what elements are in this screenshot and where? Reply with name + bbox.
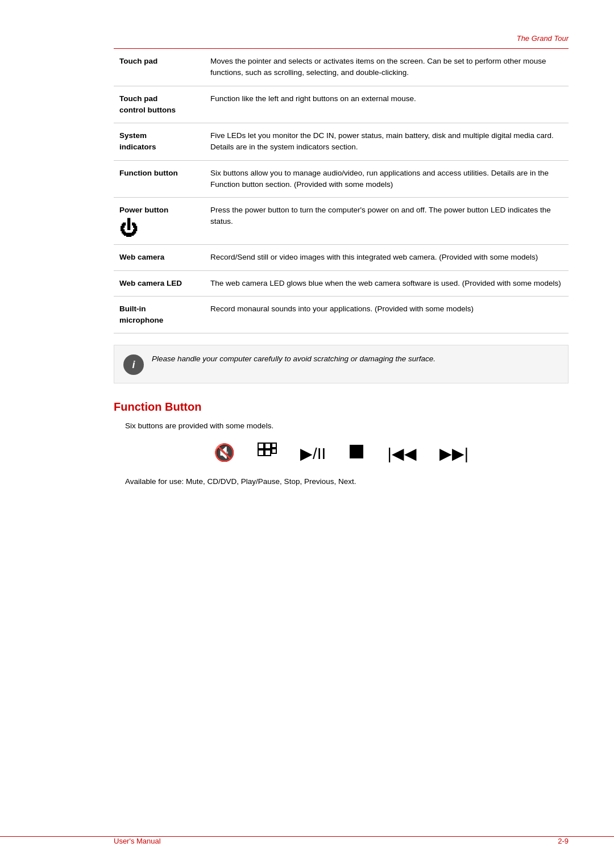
row-label: Function button <box>114 160 205 198</box>
table-row: Touch pad Moves the pointer and selects … <box>114 49 569 86</box>
row-description: Moves the pointer and selects or activat… <box>205 49 569 86</box>
svg-rect-4 <box>265 450 271 456</box>
svg-rect-3 <box>258 450 264 456</box>
footer-bar: User's Manual 2-9 <box>0 836 614 845</box>
section-title: Function Button <box>114 400 569 414</box>
svg-text:🔇: 🔇 <box>214 443 234 462</box>
function-buttons-row: 🔇 ▶/II <box>114 441 569 466</box>
row-description: Press the power button to turn the compu… <box>205 198 569 245</box>
row-description: Six buttons allow you to manage audio/vi… <box>205 160 569 198</box>
playpause-icon: ▶/II <box>300 444 326 463</box>
table-row: Systemindicators Five LEDs let you monit… <box>114 123 569 161</box>
table-row: Touch padcontrol buttons Function like t… <box>114 86 569 123</box>
table-row: Power button ⏻ Press the power button to… <box>114 198 569 245</box>
row-description: The web camera LED glows blue when the w… <box>205 270 569 296</box>
row-description: Five LEDs let you monitor the DC IN, pow… <box>205 123 569 161</box>
main-table: Touch pad Moves the pointer and selects … <box>114 49 569 333</box>
row-label: Touch padcontrol buttons <box>114 86 205 123</box>
note-box: i Please handle your computer carefully … <box>114 345 569 383</box>
svg-rect-5 <box>272 443 276 448</box>
row-description: Function like the left and right buttons… <box>205 86 569 123</box>
svg-rect-6 <box>272 449 276 453</box>
page-container: The Grand Tour Touch pad Moves the point… <box>0 0 614 868</box>
table-row: Built-inmicrophone Record monaural sound… <box>114 296 569 333</box>
row-label: Touch pad <box>114 49 205 86</box>
footer-page-number: 2-9 <box>558 837 569 845</box>
footer-manual-label: User's Manual <box>114 837 161 845</box>
function-button-section: Function Button Six buttons are provided… <box>114 400 569 486</box>
next-icon: ▶▶| <box>439 444 468 463</box>
svg-rect-1 <box>258 443 264 449</box>
row-label: Built-inmicrophone <box>114 296 205 333</box>
svg-rect-7 <box>350 445 363 458</box>
section-description: Six buttons are provided with some model… <box>125 422 569 430</box>
note-text: Please handle your computer carefully to… <box>152 353 435 365</box>
cddvd-icon <box>257 442 277 466</box>
table-row: Web camera Record/Send still or video im… <box>114 245 569 270</box>
row-description: Record/Send still or video images with t… <box>205 245 569 270</box>
available-text: Available for use: Mute, CD/DVD, Play/Pa… <box>125 477 569 486</box>
row-label: Systemindicators <box>114 123 205 161</box>
power-button-label: Power button <box>119 205 193 216</box>
power-icon: ⏻ <box>119 219 193 237</box>
header-title: The Grand Tour <box>517 34 569 43</box>
header-section: The Grand Tour <box>114 34 569 43</box>
row-label: Web camera <box>114 245 205 270</box>
row-label: Web camera LED <box>114 270 205 296</box>
stop-icon <box>349 444 364 464</box>
row-description: Record monaural sounds into your applica… <box>205 296 569 333</box>
previous-icon: |◀◀ <box>387 444 416 463</box>
row-label: Power button ⏻ <box>114 198 205 245</box>
table-row: Web camera LED The web camera LED glows … <box>114 270 569 296</box>
table-row: Function button Six buttons allow you to… <box>114 160 569 198</box>
info-icon: i <box>123 354 144 375</box>
svg-rect-2 <box>265 443 271 449</box>
mute-icon: 🔇 <box>214 441 234 466</box>
